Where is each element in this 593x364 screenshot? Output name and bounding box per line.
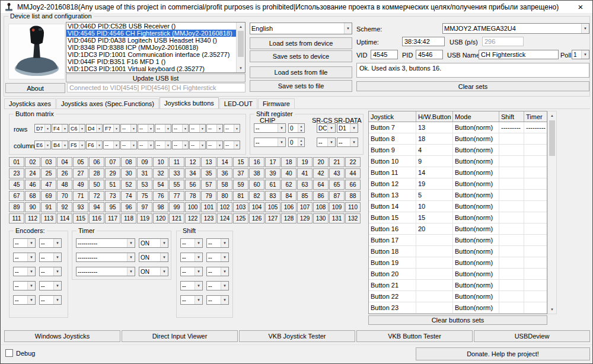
table-row[interactable]: Button 1410Button(norm) [369, 201, 547, 212]
table-cell[interactable] [524, 190, 547, 201]
scroll-thumb[interactable] [238, 31, 244, 57]
table-cell[interactable] [499, 246, 524, 257]
matrix-row-select-1[interactable]: D7▼ [34, 124, 51, 133]
spinner-up-icon[interactable]: ▲ [298, 124, 304, 128]
shift-select-4-2[interactable]: --▼ [206, 281, 229, 290]
vid-field[interactable]: 4545 [371, 50, 398, 59]
device-list-item[interactable]: VID:1DC3 PID:1001 Virtual keyboard (2.35… [66, 65, 236, 72]
table-row[interactable]: Button 109Button(norm) [369, 156, 547, 167]
matrix-column-select-12[interactable]: --▼ [224, 141, 240, 149]
table-cell[interactable]: Button 13 [369, 190, 416, 201]
table-cell[interactable] [524, 212, 547, 223]
table-cell[interactable] [499, 291, 524, 302]
table-cell[interactable] [524, 201, 547, 212]
table-cell[interactable] [524, 167, 547, 178]
table-cell[interactable] [524, 145, 547, 156]
table-cell[interactable]: 14 [416, 167, 453, 178]
matrix-row-select-10[interactable]: --▼ [189, 124, 206, 133]
table-cell[interactable]: 4 [416, 145, 453, 156]
update-usb-list-button[interactable]: Update USB list [66, 74, 246, 82]
device-list-item[interactable]: VID:8348 PID:8388 ICP (MMJoy2-20160818) [66, 44, 236, 51]
table-row[interactable]: Button 23Button(norm) [369, 302, 547, 314]
encoder-select-4-1[interactable]: --▼ [13, 281, 36, 290]
close-button[interactable]: × [569, 1, 592, 13]
table-cell[interactable]: Button(norm) [453, 178, 499, 190]
table-cell[interactable]: Button 22 [369, 291, 416, 302]
table-row[interactable]: Button 17Button(norm) [369, 235, 547, 246]
scroll-down-icon[interactable]: ▼ [548, 305, 556, 314]
table-cell[interactable] [524, 257, 547, 269]
debug-checkbox[interactable] [5, 349, 13, 357]
device-list-item[interactable]: VID:1DC3 PID:1001 Communication interfac… [66, 51, 236, 58]
bottom-button-usbdeview[interactable]: USBDeview [474, 330, 590, 342]
table-cell[interactable] [524, 302, 547, 314]
bottom-button-vkb-button-tester[interactable]: VKB Button Tester [356, 330, 473, 342]
table-cell[interactable] [499, 201, 524, 212]
table-cell[interactable]: Button 9 [369, 145, 416, 156]
table-cell[interactable] [524, 133, 547, 145]
encoder-select-3-1[interactable]: --▼ [13, 267, 36, 276]
matrix-column-select-10[interactable]: --▼ [189, 141, 206, 149]
table-cell[interactable]: Button 21 [369, 280, 416, 291]
table-cell[interactable] [499, 235, 524, 246]
table-cell[interactable]: Button 12 [369, 178, 416, 190]
table-row[interactable]: Button 135Button(norm) [369, 190, 547, 201]
table-row[interactable]: Button 1114Button(norm) [369, 167, 547, 178]
table-cell[interactable]: Button 20 [369, 269, 416, 280]
table-cell[interactable] [499, 223, 524, 235]
table-cell[interactable]: Button 17 [369, 235, 416, 246]
table-row[interactable]: Button 19Button(norm) [369, 257, 547, 269]
table-cell[interactable]: 5 [416, 190, 453, 201]
table-cell[interactable]: Button(norm) [453, 291, 499, 302]
sr-data-select-1[interactable]: D1▼ [337, 123, 358, 133]
device-list-item[interactable]: VID:4545 PID:4546 CH Fighterstick (MMJoy… [66, 30, 236, 37]
scroll-up-icon[interactable]: ▲ [548, 111, 556, 120]
table-cell[interactable] [499, 302, 524, 314]
timer-state-select-2[interactable]: ON▼ [139, 253, 168, 262]
table-row[interactable]: Button 20Button(norm) [369, 269, 547, 280]
table-cell[interactable] [416, 269, 453, 280]
tab-joysticks-axes[interactable]: Joysticks axes [4, 98, 56, 108]
table-cell[interactable]: Button 19 [369, 257, 416, 269]
table-row[interactable]: Button 21Button(norm) [369, 280, 547, 291]
sr-count-spinner-2[interactable]: 0▲▼ [288, 138, 305, 147]
table-cell[interactable] [524, 156, 547, 167]
sr-chip-select-2[interactable]: --▼ [254, 138, 286, 147]
table-cell[interactable] [524, 269, 547, 280]
table-cell[interactable] [416, 280, 453, 291]
table-cell[interactable]: Button(norm) [453, 133, 499, 145]
table-cell[interactable]: Button(norm) [453, 223, 499, 235]
device-list-item[interactable]: VID:044F PID:B351 F16 MFD 1 () [66, 58, 236, 65]
table-cell[interactable]: Button 7 [369, 122, 416, 133]
table-row[interactable]: Button 22Button(norm) [369, 291, 547, 302]
device-list-item[interactable]: VID:046D PID:C52B USB Receiver () [66, 23, 236, 30]
about-button[interactable]: About [5, 83, 65, 93]
scroll-down-icon[interactable]: ▼ [237, 64, 245, 72]
table-cell[interactable] [524, 235, 547, 246]
matrix-row-select-11[interactable]: --▼ [206, 124, 223, 133]
shift-select-5-1[interactable]: --▼ [180, 295, 203, 305]
matrix-row-select-9[interactable]: --▼ [172, 124, 189, 133]
matrix-column-select-7[interactable]: --▼ [138, 141, 154, 149]
shift-select-3-1[interactable]: --▼ [180, 267, 203, 276]
matrix-column-select-9[interactable]: --▼ [172, 141, 189, 149]
shift-select-1-2[interactable]: --▼ [206, 238, 229, 248]
table-cell[interactable] [416, 291, 453, 302]
shift-select-2-1[interactable]: --▼ [180, 253, 203, 262]
table-row[interactable]: Button 18Button(norm) [369, 246, 547, 257]
table-cell[interactable]: 19 [416, 178, 453, 190]
shift-select-1-1[interactable]: --▼ [180, 238, 203, 248]
device-list-scrollbar[interactable]: ▲ ▼ [236, 23, 245, 72]
tab-joysticks-buttons[interactable]: Joysticks buttons [160, 97, 219, 108]
timer-state-select-3[interactable]: ON▼ [139, 267, 168, 276]
matrix-column-select-3[interactable]: F5▼ [69, 141, 85, 149]
sr-data-select-2[interactable]: --▼ [337, 138, 358, 147]
table-cell[interactable]: Button(norm) [453, 302, 499, 314]
matrix-column-select-6[interactable]: --▼ [120, 141, 137, 149]
table-cell[interactable]: Button(norm) [453, 235, 499, 246]
matrix-row-select-4[interactable]: D4▼ [86, 124, 103, 133]
table-cell[interactable] [499, 133, 524, 145]
table-cell[interactable]: Button(norm) [453, 257, 499, 269]
donate-button[interactable]: Donate. Help the project! [416, 347, 590, 360]
load-sets-from-device-button[interactable]: Load sets from device [250, 37, 352, 49]
